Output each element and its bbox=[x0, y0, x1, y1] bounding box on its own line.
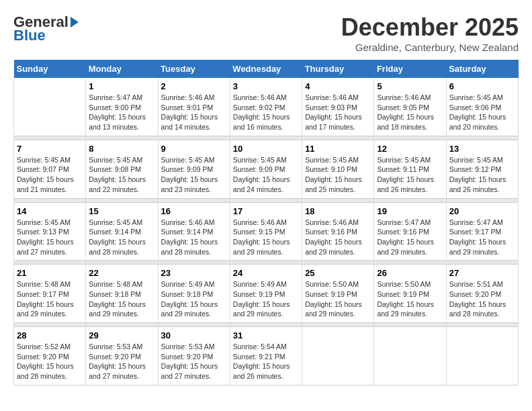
day-info: Sunrise: 5:45 AMSunset: 9:12 PMDaylight:… bbox=[449, 155, 515, 195]
table-row: 2Sunrise: 5:46 AMSunset: 9:01 PMDaylight… bbox=[158, 78, 230, 136]
col-sunday: Sunday bbox=[14, 60, 86, 78]
col-monday: Monday bbox=[86, 60, 158, 78]
day-info: Sunrise: 5:45 AMSunset: 9:11 PMDaylight:… bbox=[377, 155, 443, 195]
table-row: 30Sunrise: 5:53 AMSunset: 9:20 PMDayligh… bbox=[158, 327, 230, 385]
table-row bbox=[302, 327, 374, 385]
table-row: 20Sunrise: 5:47 AMSunset: 9:17 PMDayligh… bbox=[446, 202, 518, 261]
calendar-week-row: 1Sunrise: 5:47 AMSunset: 9:00 PMDaylight… bbox=[14, 78, 519, 136]
day-number: 7 bbox=[17, 144, 83, 154]
day-number: 8 bbox=[89, 144, 154, 154]
table-row: 17Sunrise: 5:46 AMSunset: 9:15 PMDayligh… bbox=[230, 202, 302, 261]
day-info: Sunrise: 5:48 AMSunset: 9:18 PMDaylight:… bbox=[89, 279, 154, 319]
table-row: 18Sunrise: 5:46 AMSunset: 9:16 PMDayligh… bbox=[302, 202, 374, 261]
day-number: 19 bbox=[377, 206, 443, 216]
day-info: Sunrise: 5:45 AMSunset: 9:08 PMDaylight:… bbox=[89, 155, 154, 195]
day-number: 20 bbox=[449, 206, 515, 216]
table-row bbox=[374, 327, 446, 385]
day-info: Sunrise: 5:47 AMSunset: 9:16 PMDaylight:… bbox=[377, 218, 443, 257]
table-row bbox=[446, 327, 518, 385]
day-info: Sunrise: 5:46 AMSunset: 9:02 PMDaylight:… bbox=[233, 93, 299, 132]
day-number: 25 bbox=[305, 268, 371, 278]
table-row: 13Sunrise: 5:45 AMSunset: 9:12 PMDayligh… bbox=[446, 140, 518, 198]
day-info: Sunrise: 5:49 AMSunset: 9:18 PMDaylight:… bbox=[161, 279, 227, 319]
day-number: 22 bbox=[89, 268, 154, 278]
col-friday: Friday bbox=[374, 60, 446, 78]
day-info: Sunrise: 5:50 AMSunset: 9:19 PMDaylight:… bbox=[377, 279, 443, 319]
table-row: 25Sunrise: 5:50 AMSunset: 9:19 PMDayligh… bbox=[302, 265, 374, 323]
day-info: Sunrise: 5:45 AMSunset: 9:09 PMDaylight:… bbox=[161, 155, 227, 195]
day-number: 31 bbox=[233, 330, 299, 340]
day-number: 3 bbox=[233, 81, 299, 91]
calendar-week-row: 14Sunrise: 5:45 AMSunset: 9:13 PMDayligh… bbox=[14, 202, 519, 261]
table-row: 12Sunrise: 5:45 AMSunset: 9:11 PMDayligh… bbox=[374, 140, 446, 198]
table-row: 6Sunrise: 5:45 AMSunset: 9:06 PMDaylight… bbox=[446, 78, 518, 136]
table-row: 10Sunrise: 5:45 AMSunset: 9:09 PMDayligh… bbox=[230, 140, 302, 198]
calendar-subtitle: Geraldine, Canterbury, New Zealand bbox=[341, 42, 519, 53]
table-row: 3Sunrise: 5:46 AMSunset: 9:02 PMDaylight… bbox=[230, 78, 302, 136]
day-number: 13 bbox=[449, 144, 515, 154]
day-info: Sunrise: 5:45 AMSunset: 9:14 PMDaylight:… bbox=[89, 218, 154, 257]
day-info: Sunrise: 5:48 AMSunset: 9:17 PMDaylight:… bbox=[17, 279, 83, 319]
table-row: 4Sunrise: 5:46 AMSunset: 9:03 PMDaylight… bbox=[302, 78, 374, 136]
day-number: 17 bbox=[233, 206, 299, 216]
day-number: 28 bbox=[17, 330, 83, 340]
table-row: 28Sunrise: 5:52 AMSunset: 9:20 PMDayligh… bbox=[14, 327, 86, 385]
day-number: 15 bbox=[89, 206, 154, 216]
day-info: Sunrise: 5:53 AMSunset: 9:20 PMDaylight:… bbox=[89, 342, 154, 381]
day-number: 2 bbox=[161, 81, 227, 91]
day-info: Sunrise: 5:54 AMSunset: 9:21 PMDaylight:… bbox=[233, 342, 299, 381]
day-info: Sunrise: 5:51 AMSunset: 9:20 PMDaylight:… bbox=[449, 279, 515, 319]
col-saturday: Saturday bbox=[446, 60, 518, 78]
day-info: Sunrise: 5:50 AMSunset: 9:19 PMDaylight:… bbox=[305, 279, 371, 319]
table-row: 27Sunrise: 5:51 AMSunset: 9:20 PMDayligh… bbox=[446, 265, 518, 323]
col-tuesday: Tuesday bbox=[158, 60, 230, 78]
table-row: 7Sunrise: 5:45 AMSunset: 9:07 PMDaylight… bbox=[14, 140, 86, 198]
table-row: 24Sunrise: 5:49 AMSunset: 9:19 PMDayligh… bbox=[230, 265, 302, 323]
day-number: 21 bbox=[17, 268, 83, 278]
day-number: 11 bbox=[305, 144, 371, 154]
day-info: Sunrise: 5:47 AMSunset: 9:17 PMDaylight:… bbox=[449, 218, 515, 257]
table-row: 15Sunrise: 5:45 AMSunset: 9:14 PMDayligh… bbox=[86, 202, 158, 261]
logo-blue: Blue bbox=[13, 27, 46, 44]
day-info: Sunrise: 5:52 AMSunset: 9:20 PMDaylight:… bbox=[17, 342, 83, 381]
table-row bbox=[14, 78, 86, 136]
table-row: 11Sunrise: 5:45 AMSunset: 9:10 PMDayligh… bbox=[302, 140, 374, 198]
table-row: 5Sunrise: 5:46 AMSunset: 9:05 PMDaylight… bbox=[374, 78, 446, 136]
day-number: 14 bbox=[17, 206, 83, 216]
table-row: 29Sunrise: 5:53 AMSunset: 9:20 PMDayligh… bbox=[86, 327, 158, 385]
calendar-week-row: 28Sunrise: 5:52 AMSunset: 9:20 PMDayligh… bbox=[14, 327, 519, 385]
day-info: Sunrise: 5:45 AMSunset: 9:07 PMDaylight:… bbox=[17, 155, 83, 195]
table-row: 31Sunrise: 5:54 AMSunset: 9:21 PMDayligh… bbox=[230, 327, 302, 385]
day-number: 12 bbox=[377, 144, 443, 154]
day-number: 30 bbox=[161, 330, 227, 340]
day-info: Sunrise: 5:47 AMSunset: 9:00 PMDaylight:… bbox=[89, 93, 154, 132]
day-info: Sunrise: 5:45 AMSunset: 9:10 PMDaylight:… bbox=[305, 155, 371, 195]
day-number: 10 bbox=[233, 144, 299, 154]
logo-arrow-icon bbox=[71, 17, 79, 28]
table-row: 8Sunrise: 5:45 AMSunset: 9:08 PMDaylight… bbox=[86, 140, 158, 198]
day-info: Sunrise: 5:45 AMSunset: 9:09 PMDaylight:… bbox=[233, 155, 299, 195]
day-info: Sunrise: 5:46 AMSunset: 9:15 PMDaylight:… bbox=[233, 218, 299, 257]
day-info: Sunrise: 5:46 AMSunset: 9:03 PMDaylight:… bbox=[305, 93, 371, 132]
day-info: Sunrise: 5:46 AMSunset: 9:01 PMDaylight:… bbox=[161, 93, 227, 132]
calendar-header-row: Sunday Monday Tuesday Wednesday Thursday… bbox=[14, 60, 519, 78]
day-info: Sunrise: 5:46 AMSunset: 9:16 PMDaylight:… bbox=[305, 218, 371, 257]
table-row: 22Sunrise: 5:48 AMSunset: 9:18 PMDayligh… bbox=[86, 265, 158, 323]
table-row: 19Sunrise: 5:47 AMSunset: 9:16 PMDayligh… bbox=[374, 202, 446, 261]
day-number: 29 bbox=[89, 330, 154, 340]
day-number: 18 bbox=[305, 206, 371, 216]
table-row: 9Sunrise: 5:45 AMSunset: 9:09 PMDaylight… bbox=[158, 140, 230, 198]
day-number: 16 bbox=[161, 206, 227, 216]
table-row: 23Sunrise: 5:49 AMSunset: 9:18 PMDayligh… bbox=[158, 265, 230, 323]
day-number: 27 bbox=[449, 268, 515, 278]
logo: General Blue bbox=[13, 13, 79, 44]
day-info: Sunrise: 5:45 AMSunset: 9:06 PMDaylight:… bbox=[449, 93, 515, 132]
day-number: 6 bbox=[449, 81, 515, 91]
calendar-week-row: 21Sunrise: 5:48 AMSunset: 9:17 PMDayligh… bbox=[14, 265, 519, 323]
day-number: 4 bbox=[305, 81, 371, 91]
col-thursday: Thursday bbox=[302, 60, 374, 78]
day-number: 1 bbox=[89, 81, 154, 91]
day-info: Sunrise: 5:49 AMSunset: 9:19 PMDaylight:… bbox=[233, 279, 299, 319]
table-row: 21Sunrise: 5:48 AMSunset: 9:17 PMDayligh… bbox=[14, 265, 86, 323]
day-number: 23 bbox=[161, 268, 227, 278]
